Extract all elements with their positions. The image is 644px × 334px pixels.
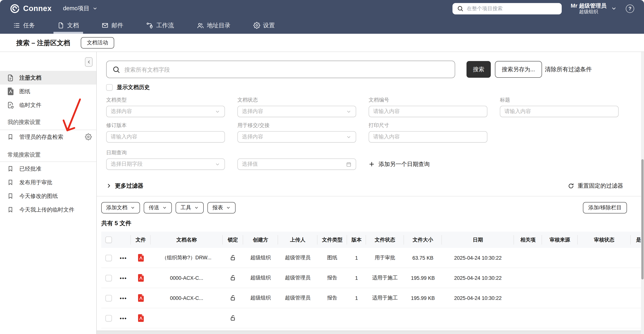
column-header-文件大小[interactable]: 文件大小 xyxy=(404,232,442,248)
column-header-审核来源[interactable]: 审核来源 xyxy=(542,232,578,248)
version-cell xyxy=(347,308,366,328)
vertical-scrollbar-thumb[interactable] xyxy=(641,159,644,279)
row-checkbox[interactable] xyxy=(105,295,112,301)
text-input-修订版本[interactable]: 请输入内容 xyxy=(106,131,225,143)
file-size-cell xyxy=(404,308,442,328)
table-row[interactable]: •••（组织简称?）DRW...超级组织超级管理员图纸1用于审批63.75 KB… xyxy=(101,248,644,268)
placeholder-text: 选择内容 xyxy=(242,108,346,115)
sidebar-collapse-button[interactable] xyxy=(85,57,92,67)
date-query-field: 日期查询 选择日期字段 xyxy=(106,149,225,170)
column-header-相关项[interactable]: 相关项 xyxy=(514,232,542,248)
pdf-file-icon[interactable] xyxy=(138,294,144,302)
toolbar-button-工具[interactable]: 工具 xyxy=(176,202,204,213)
filter-field-文档状态: 文档状态选择内容 xyxy=(238,96,356,117)
add-remove-columns-button[interactable]: 添加/移除栏目 xyxy=(583,202,627,213)
reset-icon xyxy=(568,183,574,189)
sidebar-item-label: 今天我上传的临时文件 xyxy=(19,206,74,213)
add-date-query-link[interactable]: 添加另一个日期查询 xyxy=(369,158,487,170)
row-checkbox[interactable] xyxy=(105,255,112,261)
select-文档类型[interactable]: 选择内容 xyxy=(106,106,225,117)
file-size-cell: 195.99 KB xyxy=(404,288,442,308)
nav-tab-地址目录[interactable]: 地址目录 xyxy=(195,17,232,34)
text-input-文档编号[interactable]: 请输入内容 xyxy=(369,106,487,117)
document-activity-button[interactable]: 文档活动 xyxy=(81,37,114,48)
column-header-文件状态[interactable]: 文件状态 xyxy=(366,232,404,248)
brand[interactable]: Connex xyxy=(10,3,52,13)
pdf-file-icon[interactable] xyxy=(138,254,144,262)
column-header-版本[interactable]: 版本 xyxy=(347,232,366,248)
more-filters-toggle[interactable]: 更多过滤器 xyxy=(106,182,143,189)
version-cell: 1 xyxy=(347,288,366,308)
sidebar-item-管理员的存盘检索[interactable]: 管理员的存盘检索 xyxy=(0,130,96,144)
select-文档状态[interactable]: 选择内容 xyxy=(238,106,356,117)
sidebar-item-今天我上传的临时文件[interactable]: 今天我上传的临时文件 xyxy=(0,203,96,217)
column-header-日期[interactable]: 日期 xyxy=(442,232,514,248)
document-name-cell[interactable] xyxy=(150,308,223,328)
sidebar-item-今天修改的图纸[interactable]: 今天修改的图纸 xyxy=(0,189,96,203)
document-name-cell[interactable]: 0000-ACX-C... xyxy=(150,288,223,308)
document-name-cell[interactable]: 0000-ACX-C... xyxy=(150,268,223,288)
horizontal-scrollbar[interactable] xyxy=(97,331,641,334)
column-header-文件[interactable]: 文件 xyxy=(131,232,150,248)
column-header-锁定[interactable]: 锁定 xyxy=(223,232,243,248)
column-header-文档名称[interactable]: 文档名称 xyxy=(150,232,223,248)
text-input-打印尺寸[interactable]: 请输入内容 xyxy=(369,131,487,143)
page-title: 搜索 – 注册区文档 xyxy=(16,38,70,47)
header-menu-cell xyxy=(116,232,131,248)
toolbar-button-报表[interactable]: 报表 xyxy=(208,202,236,213)
nav-tab-label: 设置 xyxy=(263,21,275,29)
pdf-file-icon[interactable] xyxy=(138,314,144,322)
select-用于移交/交接[interactable]: 选择内容 xyxy=(238,131,356,143)
bookmark-icon xyxy=(7,165,14,172)
sidebar-item-注册文档[interactable]: 注册文档 xyxy=(0,71,96,84)
toolbar-button-添加文档[interactable]: 添加文档 xyxy=(101,202,140,213)
column-header-审核状态[interactable]: 审核状态 xyxy=(578,232,631,248)
sidebar-item-临时文件[interactable]: 临时文件 xyxy=(0,98,96,112)
text-input-标题[interactable]: 请输入内容 xyxy=(500,106,618,117)
show-history-checkbox[interactable] xyxy=(106,84,113,90)
search-button[interactable]: 搜索 xyxy=(466,61,491,78)
global-search[interactable] xyxy=(452,3,562,14)
gear-icon[interactable] xyxy=(85,133,92,140)
save-search-as-button[interactable]: 搜索另存为... xyxy=(495,61,542,78)
select-all-checkbox[interactable] xyxy=(105,237,112,243)
row-checkbox[interactable] xyxy=(105,315,112,321)
column-header-上传人[interactable]: 上传人 xyxy=(278,232,318,248)
nav-tab-label: 邮件 xyxy=(112,21,123,29)
sidebar-item-已经批准[interactable]: 已经批准 xyxy=(0,162,96,176)
global-search-input[interactable] xyxy=(467,6,557,11)
row-actions-icon[interactable]: ••• xyxy=(120,295,127,301)
project-switcher[interactable]: demo项目 xyxy=(63,4,98,12)
nav-tab-邮件[interactable]: 邮件 xyxy=(100,17,125,34)
document-search-input[interactable] xyxy=(124,66,449,73)
reset-pinned-filters-button[interactable]: 重置固定的过滤器 xyxy=(568,182,623,189)
nav-tab-工作流[interactable]: 工作流 xyxy=(144,17,176,34)
toolbar-button-传送[interactable]: 传送 xyxy=(144,202,172,213)
nav-tab-设置[interactable]: 设置 xyxy=(251,17,277,34)
nav-tab-任务[interactable]: 任务 xyxy=(12,17,37,34)
placeholder-text: 请输入内容 xyxy=(373,108,483,115)
row-checkbox[interactable] xyxy=(105,275,112,281)
column-header-文件类型[interactable]: 文件类型 xyxy=(318,232,347,248)
table-row[interactable]: •••0000-ACX-C...超级组织超级管理员报告1适用于施工195.99 … xyxy=(101,288,644,308)
chevron-down-icon xyxy=(611,6,617,11)
nav-tab-文档[interactable]: 文档 xyxy=(56,17,81,34)
row-actions-icon[interactable]: ••• xyxy=(120,275,127,281)
row-actions-icon[interactable]: ••• xyxy=(120,255,127,261)
document-search-box[interactable] xyxy=(106,61,455,78)
user-menu[interactable]: Mr 超级管理员 超级组织 xyxy=(571,2,617,15)
date-field-select[interactable]: 选择日期字段 xyxy=(106,158,225,170)
lock-open-icon xyxy=(230,254,236,261)
sidebar-item-图纸[interactable]: 图纸 xyxy=(0,84,96,98)
column-header-创建方[interactable]: 创建方 xyxy=(243,232,278,248)
help-icon[interactable]: ? xyxy=(626,4,634,13)
clear-all-filters-link[interactable]: 清除所有过滤条件 xyxy=(545,65,592,73)
vertical-scrollbar[interactable] xyxy=(641,52,644,334)
row-actions-icon[interactable]: ••• xyxy=(120,315,127,321)
date-value-input[interactable]: 选择值 xyxy=(238,158,356,170)
document-name-cell[interactable]: （组织简称?）DRW... xyxy=(150,248,223,268)
table-row[interactable]: •••0000-ACX-C...超级组织超级管理员报告1适用于施工195.99 … xyxy=(101,268,644,288)
pdf-file-icon[interactable] xyxy=(138,274,144,282)
sidebar-item-发布用于审批[interactable]: 发布用于审批 xyxy=(0,176,96,189)
table-row[interactable]: ••• xyxy=(101,308,644,328)
